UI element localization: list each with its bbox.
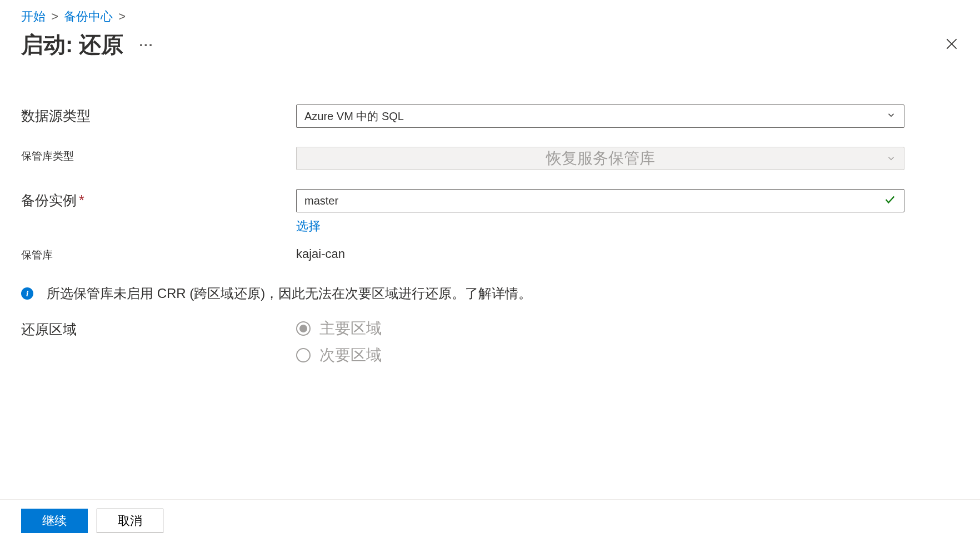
radio-primary-label: 主要区域 — [319, 318, 382, 339]
label-backup-instance: 备份实例* — [21, 189, 296, 210]
breadcrumb-sep: > — [118, 9, 126, 23]
page-title: 启动: 还原 — [21, 29, 123, 60]
label-vault-type: 保管库类型 — [21, 147, 296, 163]
chevron-down-icon — [886, 110, 896, 123]
cancel-button[interactable]: 取消 — [97, 509, 163, 533]
vault-type-select: 恢复服务保管库 — [296, 147, 904, 170]
info-message: 所选保管库未启用 CRR (跨区域还原)，因此无法在次要区域进行还原。了解详情。 — [47, 285, 532, 302]
radio-icon — [296, 321, 311, 336]
vault-type-value: 恢复服务保管库 — [546, 148, 655, 169]
radio-primary-region: 主要区域 — [296, 318, 904, 339]
backup-instance-value: master — [304, 195, 884, 207]
label-vault: 保管库 — [21, 246, 296, 262]
continue-button[interactable]: 继续 — [21, 509, 88, 533]
info-icon: i — [21, 287, 33, 300]
vault-value: kajai-can — [296, 246, 904, 261]
breadcrumb-backup-center[interactable]: 备份中心 — [64, 9, 113, 23]
radio-icon — [296, 348, 311, 362]
datasource-type-value: Azure VM 中的 SQL — [304, 109, 404, 124]
radio-secondary-label: 次要区域 — [319, 345, 382, 366]
breadcrumb-sep: > — [51, 9, 58, 23]
more-icon[interactable]: ··· — [139, 37, 153, 53]
datasource-type-select[interactable]: Azure VM 中的 SQL — [296, 105, 904, 128]
backup-instance-input[interactable]: master — [296, 189, 904, 212]
check-icon — [884, 193, 896, 208]
required-asterisk: * — [79, 192, 84, 208]
chevron-down-icon — [886, 150, 896, 167]
breadcrumb: 开始 > 备份中心 > — [21, 8, 959, 25]
select-link[interactable]: 选择 — [296, 218, 321, 235]
label-restore-region: 还原区域 — [21, 318, 296, 339]
label-datasource-type: 数据源类型 — [21, 105, 296, 125]
close-icon[interactable] — [940, 32, 963, 58]
breadcrumb-home[interactable]: 开始 — [21, 9, 46, 23]
radio-secondary-region: 次要区域 — [296, 345, 904, 366]
